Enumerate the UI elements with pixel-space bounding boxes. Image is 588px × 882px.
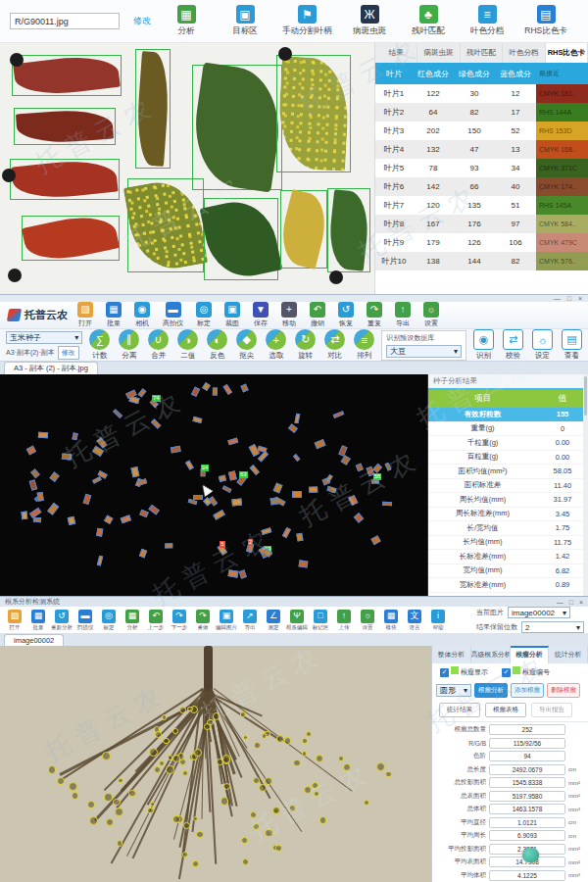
table-row[interactable]: 长均值(mm)11.75 <box>428 536 588 551</box>
seed-view-button[interactable]: ▤查看 <box>562 329 582 361</box>
root-tool-crop-button[interactable]: ▣编辑图片 <box>216 610 237 631</box>
root-tool-redo-button[interactable]: ↷重做 <box>192 610 214 631</box>
table-row[interactable]: 有效籽粒数155 <box>428 408 588 422</box>
leaf-tab-0[interactable]: 结果 <box>375 43 417 63</box>
seed-op-pick-button[interactable]: +选取 <box>266 329 286 361</box>
leaf-tool-leaf-button[interactable]: ♣残叶匹配 <box>407 5 450 37</box>
seed-tool-batch-button[interactable]: ▦批量 <box>106 302 122 328</box>
table-row[interactable]: 周长均值(mm)31.97 <box>428 493 588 508</box>
close-icon[interactable]: × <box>578 295 582 302</box>
seed-tool-redo-button[interactable]: ↷重复 <box>367 302 382 328</box>
root-field-value[interactable]: 94 <box>489 751 565 761</box>
table-row[interactable]: 长/宽均值1.75 <box>428 521 588 536</box>
root-image-canvas[interactable] <box>0 646 431 882</box>
table-row[interactable]: 重量(g)0 <box>428 422 588 437</box>
seed-tool-restore-button[interactable]: ↺恢复 <box>338 302 354 328</box>
seed-image-canvas[interactable]: 433457463255 <box>0 374 428 596</box>
checkbox-checked-icon[interactable]: ✓ <box>440 668 449 677</box>
seed-op-tip-button[interactable]: ◆抠尖 <box>236 329 257 361</box>
root-field-value[interactable]: 252 <box>489 724 565 735</box>
modify-link[interactable]: 修改 <box>133 15 151 27</box>
filename-input[interactable] <box>10 13 120 29</box>
minimize-icon[interactable]: — <box>557 599 564 606</box>
decimal-select[interactable]: 2▾ <box>521 621 584 633</box>
root-field-value[interactable]: 5197.9580 <box>489 791 565 802</box>
seed-tool-gear-button[interactable]: ☼设置 <box>423 302 439 328</box>
seed-tool-save-button[interactable]: ▼保存 <box>253 302 269 328</box>
leaf-tab-3[interactable]: 叶色分档 <box>503 43 545 63</box>
seed-op-binary-button[interactable]: ◑二值 <box>177 329 198 361</box>
root-tool-mark-button[interactable]: □标记区 <box>310 610 331 631</box>
nodule-table-button[interactable]: 根瘤表格 <box>485 703 526 717</box>
table-row[interactable]: 长标准差(mm)1.42 <box>428 550 588 564</box>
root-tool-export-button[interactable]: ↑上传 <box>333 610 355 631</box>
table-row[interactable]: 叶片61426640CMYK 174.. <box>375 177 588 196</box>
table-row[interactable]: 叶片320215052RHS 153D <box>375 122 588 140</box>
seed-tool-calib-button[interactable]: ◎标定 <box>196 302 212 328</box>
table-row[interactable]: 叶片712013551RHS 145A <box>375 196 588 215</box>
seed-tool-open-button[interactable]: ▨打开 <box>77 302 93 328</box>
table-row[interactable]: 周长标准差(mm)3.45 <box>428 508 588 522</box>
leaf-tool-bug-button[interactable]: Ж病斑虫斑 <box>348 5 391 37</box>
root-tool-calib-button[interactable]: ◎标定 <box>98 610 120 631</box>
checkbox-group[interactable]: ✓根瘤编号 <box>502 666 550 677</box>
seed-op-invert-button[interactable]: ◐反色 <box>207 329 227 361</box>
table-row[interactable]: 叶片41324713CMYK 168.. <box>375 140 588 159</box>
table-row[interactable]: 叶片5789334CMYK 371C <box>375 159 588 177</box>
seed-tool-undo-button[interactable]: ↶撤销 <box>310 302 325 328</box>
table-row[interactable]: 宽均值(mm)6.82 <box>428 564 588 579</box>
table-row[interactable]: 面积标准差11.40 <box>428 479 588 494</box>
table-row[interactable]: 百粒重(g)0.00 <box>428 451 588 466</box>
seed-recognize-button[interactable]: ◉识别 <box>473 329 494 361</box>
seed-op-rotate-button[interactable]: ↻旋转 <box>295 329 316 361</box>
table-row[interactable]: 叶片9179126106CMYK 479C <box>375 233 588 252</box>
root-tool-export2-button[interactable]: ↗导出 <box>239 610 261 631</box>
seed-config-button[interactable]: ☼设定 <box>532 329 553 361</box>
seed-document-tab[interactable]: A3 - 副本 (2) - 副本.jpg <box>4 362 98 374</box>
root-field-value[interactable]: 2492.0679 <box>489 764 565 775</box>
root-field-value[interactable]: 1463.1578 <box>489 804 565 814</box>
nodule-analyze-button[interactable]: 根瘤分析 <box>474 683 508 698</box>
root-tool-undo-button[interactable]: ↶上一步 <box>145 610 167 631</box>
stat-result-button[interactable]: 统计结果 <box>439 703 480 717</box>
seed-tool-export-button[interactable]: ↑导出 <box>395 302 411 328</box>
seed-tool-crop-button[interactable]: ▣裁图 <box>224 302 240 328</box>
leaf-tool-target-button[interactable]: ▣目标区 <box>223 5 267 37</box>
root-panel-tab-0[interactable]: 整体分析 <box>432 646 471 663</box>
root-tool-measure-button[interactable]: ∠测定 <box>263 610 284 631</box>
close-icon[interactable]: × <box>579 599 583 606</box>
root-panel-tab-3[interactable]: 统计分析 <box>549 646 588 663</box>
table-row[interactable]: 宽标准差(mm)0.89 <box>428 578 588 593</box>
root-field-value[interactable]: 6.9093 <box>489 830 565 841</box>
seed-tool-move-button[interactable]: +移动 <box>281 302 297 328</box>
table-row[interactable]: 叶片11223012CMYK 181.. <box>375 84 588 103</box>
seed-verify-button[interactable]: ⇄校验 <box>503 329 523 361</box>
root-field-value[interactable]: 4.1225 <box>489 870 565 881</box>
scrollbar[interactable] <box>583 374 588 596</box>
seed-tool-camera-button[interactable]: ◉相机 <box>134 302 150 328</box>
root-field-value[interactable]: 115/92/56 <box>489 738 565 749</box>
root-tool-help-button[interactable]: i帮助 <box>427 610 449 631</box>
table-row[interactable]: 叶片1013814482CMYK 576.. <box>375 252 588 270</box>
root-tool-scanner-button[interactable]: ▬扫描仪 <box>74 610 96 631</box>
current-image-select[interactable]: image00002▾ <box>508 607 570 618</box>
leaf-tab-4[interactable]: RHS比色卡 <box>546 43 588 63</box>
root-tool-chart-button[interactable]: ▦分析 <box>122 610 143 631</box>
checkbox-group[interactable]: ✓根瘤显示 <box>440 666 488 677</box>
seed-op-compare-button[interactable]: ⇄对比 <box>324 329 345 361</box>
seed-tool-scanner-button[interactable]: ▬高拍仪 <box>163 302 183 328</box>
leaf-tool-chart-button[interactable]: ▦分析 <box>165 5 208 37</box>
preset-db-select[interactable]: 大豆▾ <box>386 345 462 358</box>
table-row[interactable]: 千粒重(g)0.00 <box>428 436 588 451</box>
root-tool-redo2-button[interactable]: ↷下一步 <box>169 610 190 631</box>
root-tool-open-button[interactable]: ▨打开 <box>4 610 25 631</box>
root-field-value[interactable]: 1545.8338 <box>489 777 565 788</box>
minimize-icon[interactable]: — <box>554 295 561 302</box>
add-nodule-button[interactable]: 添加根瘤 <box>511 683 544 698</box>
checkbox-checked-icon[interactable]: ✓ <box>502 668 511 677</box>
leaf-tool-flag-button[interactable]: ⚑手动分割叶柄 <box>282 5 332 37</box>
seed-op-split-button[interactable]: ∥分离 <box>119 329 139 361</box>
root-tool-restore-button[interactable]: ↺重新分析 <box>51 610 73 631</box>
sample-modify-button[interactable]: 修改 <box>58 346 79 360</box>
table-row[interactable]: 叶片816717697CMYK 584.. <box>375 215 588 233</box>
